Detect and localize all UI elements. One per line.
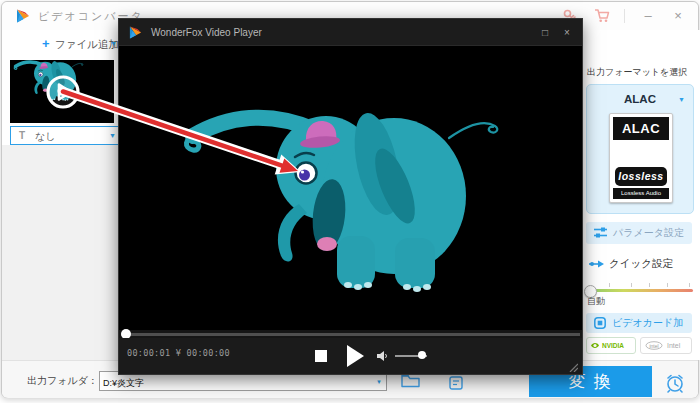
- svg-text:intel: intel: [649, 343, 658, 349]
- output-folder-caret-icon[interactable]: ▼: [376, 379, 382, 385]
- add-file-button[interactable]: + ファイル追加 ▼: [2, 30, 120, 58]
- cart-icon[interactable]: [594, 8, 610, 24]
- subtitle-t-icon: T: [19, 130, 25, 141]
- output-folder-label: 出力フォルダ：: [27, 374, 98, 388]
- gpu-icon: [594, 317, 606, 329]
- time-display: 00:00:01 ¥ 00:00:00: [127, 348, 230, 358]
- badge-title: ALAC: [613, 117, 669, 140]
- player-title: WonderFox Video Player: [151, 19, 262, 46]
- output-folder-input[interactable]: [100, 375, 369, 392]
- elephant-graphic: [119, 46, 582, 330]
- quick-settings-button[interactable]: クイック設定: [586, 256, 692, 272]
- play-button[interactable]: [347, 345, 364, 367]
- stop-button[interactable]: [315, 350, 327, 362]
- speed-slider-track[interactable]: [589, 289, 693, 292]
- video-canvas[interactable]: [119, 46, 582, 330]
- parameter-settings-button[interactable]: パラメータ設定: [586, 222, 692, 244]
- lossless-logo: lossless: [615, 167, 667, 186]
- add-file-caret-icon[interactable]: ▼: [110, 40, 117, 47]
- slider-tick: [689, 283, 690, 287]
- titlebar-divider: [624, 9, 625, 23]
- minimize-button[interactable]: –: [640, 8, 656, 24]
- file-list-empty-area: [2, 145, 120, 360]
- nvidia-button[interactable]: NVIDIA: [586, 337, 636, 354]
- intel-logo-icon: intel: [645, 341, 663, 350]
- subtitle-caret-icon: ▼: [109, 132, 116, 139]
- player-logo-icon: [128, 25, 143, 40]
- quick-settings-label: クイック設定: [609, 257, 673, 271]
- player-controls: 00:00:01 ¥ 00:00:00: [119, 338, 582, 374]
- player-window: WonderFox Video Player □ × 00:00:01 ¥ 00…: [118, 18, 583, 375]
- alarm-clock-icon[interactable]: [664, 372, 686, 394]
- file-list-panel: + ファイル追加 ▼ T なし ▼: [2, 30, 120, 360]
- slider-tick: [631, 283, 632, 287]
- volume-slider-handle[interactable]: [418, 351, 426, 359]
- player-maximize-button[interactable]: □: [536, 19, 554, 46]
- seekbar-track[interactable]: [121, 333, 580, 336]
- sliders-icon: [594, 227, 607, 239]
- quick-slider-icon: [589, 259, 604, 269]
- screen: ビデオコンバータ – × + ファイル追加 ▼: [0, 0, 700, 403]
- speaker-icon[interactable]: [377, 350, 388, 362]
- app-logo-icon: [15, 8, 31, 24]
- badge-caption: Lossless Audio: [613, 188, 669, 199]
- document-icon[interactable]: [449, 376, 463, 390]
- intel-label: Intel: [667, 342, 680, 349]
- format-badge: ALAC lossless Lossless Audio: [609, 113, 673, 203]
- gpu-accel-button[interactable]: ビデオカード加速: [586, 313, 692, 333]
- subtitle-value: なし: [35, 130, 55, 144]
- subtitle-dropdown[interactable]: T なし ▼: [10, 126, 122, 145]
- video-thumbnail[interactable]: [10, 60, 114, 123]
- seekbar[interactable]: [119, 330, 582, 338]
- plus-icon: +: [42, 36, 50, 51]
- output-sidebar: 出力フォーマットを選択 ALAC ▼ ALAC lossless Lossles…: [580, 30, 700, 360]
- player-close-button[interactable]: ×: [558, 19, 576, 46]
- slider-tick: [609, 283, 610, 287]
- folder-icon[interactable]: [401, 373, 420, 388]
- parameter-settings-label: パラメータ設定: [613, 222, 684, 244]
- player-titlebar[interactable]: WonderFox Video Player □ ×: [119, 19, 582, 46]
- auto-label: 自動: [587, 295, 605, 308]
- format-panel[interactable]: ALAC ▼ ALAC lossless Lossless Audio: [586, 84, 694, 214]
- thumbnail-play-icon[interactable]: [45, 74, 81, 110]
- resize-grip-icon[interactable]: [568, 363, 578, 372]
- slider-tick: [667, 283, 668, 287]
- format-caret-icon[interactable]: ▼: [678, 96, 685, 103]
- slider-tick: [649, 283, 650, 287]
- close-button[interactable]: ×: [670, 8, 686, 24]
- nvidia-label: NVIDIA: [602, 342, 624, 349]
- nvidia-logo-icon: [590, 341, 600, 350]
- output-format-label: 出力フォーマットを選択: [587, 66, 687, 79]
- intel-button[interactable]: intel Intel: [640, 337, 692, 354]
